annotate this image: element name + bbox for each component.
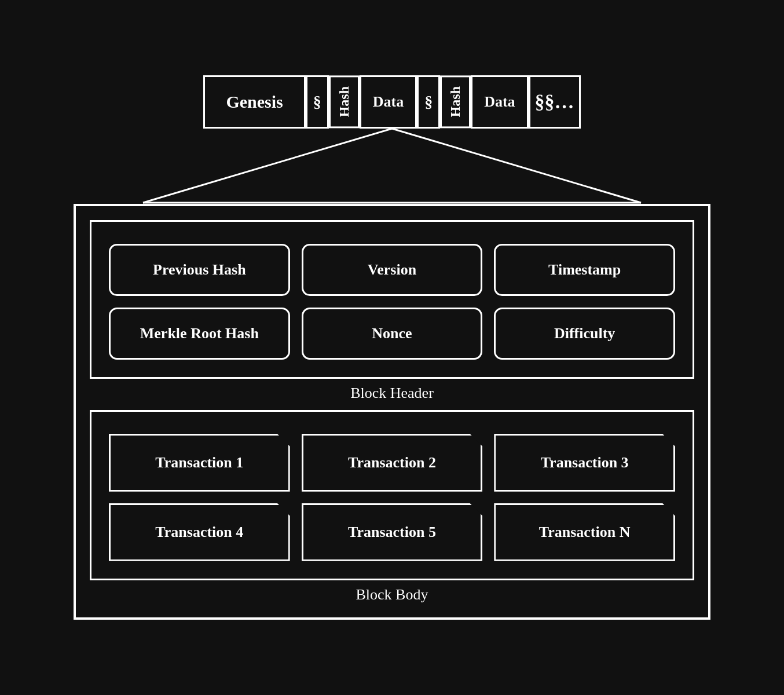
svg-line-1: [392, 129, 641, 203]
tx1: Transaction 1: [109, 434, 290, 492]
svg-line-0: [143, 129, 392, 203]
timestamp-field: Timestamp: [494, 244, 675, 296]
difficulty-field: Difficulty: [494, 308, 675, 360]
block-header-label: Block Header: [90, 385, 694, 402]
previous-hash-field: Previous Hash: [109, 244, 290, 296]
tx4: Transaction 4: [109, 503, 290, 561]
data-label-1: Data: [360, 75, 417, 128]
nonce-field: Nonce: [302, 308, 483, 360]
data-label-2: Data: [471, 75, 528, 128]
hash-label-2: Hash: [440, 75, 471, 128]
hash-label-1: Hash: [329, 75, 360, 128]
tx-grid: Transaction 1 Transaction 2 Transaction …: [103, 428, 681, 567]
block-header-box: Previous Hash Version Timestamp Merkle R…: [90, 220, 694, 379]
tx3: Transaction 3: [494, 434, 675, 492]
genesis-block: Genesis: [203, 75, 305, 128]
chain-dots: §§…: [529, 75, 581, 128]
header-fields-grid: Previous Hash Version Timestamp Merkle R…: [103, 238, 681, 365]
triangle-svg: [131, 129, 653, 204]
dollar-separator-1: §: [306, 75, 329, 128]
big-block: Previous Hash Version Timestamp Merkle R…: [74, 204, 710, 620]
block-body-label: Block Body: [90, 586, 694, 603]
block-body-box: Transaction 1 Transaction 2 Transaction …: [90, 410, 694, 580]
chain-row: Genesis § Hash Data § Hash Data §§…: [56, 75, 728, 128]
tx2: Transaction 2: [302, 434, 483, 492]
dollar-separator-2: §: [417, 75, 440, 128]
txn: Transaction N: [494, 503, 675, 561]
merkle-root-hash-field: Merkle Root Hash: [109, 308, 290, 360]
version-field: Version: [302, 244, 483, 296]
tx5: Transaction 5: [302, 503, 483, 561]
expand-area: [56, 129, 728, 204]
diagram-container: Genesis § Hash Data § Hash Data §§… Prev…: [45, 58, 739, 637]
